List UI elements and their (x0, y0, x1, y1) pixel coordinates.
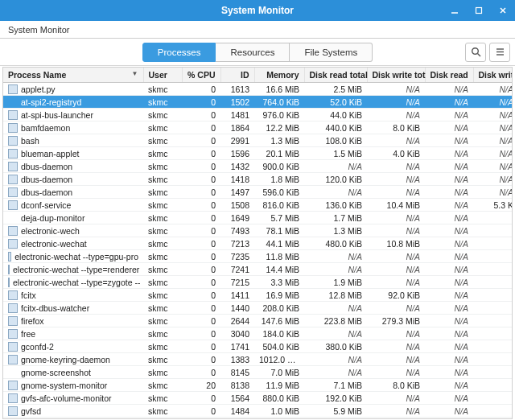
cell-na: N/A (367, 405, 425, 418)
table-row[interactable]: bamfdaemonskmc0186412.2 MiB440.0 KiB8.0 … (3, 121, 513, 134)
cell-na: N/A (367, 263, 425, 276)
cell-memory: 1.0 MiB (254, 405, 304, 418)
col-id[interactable]: ID (220, 68, 254, 83)
cell-na: N/A (425, 250, 473, 263)
cell-process-name: electronic-wechat --type=zygote -- (3, 276, 143, 289)
col-process-name[interactable]: Process Name▼ (3, 68, 143, 83)
col-disk-read[interactable]: Disk read (425, 68, 473, 83)
cell-process-name: dconf-service (3, 199, 143, 212)
process-icon (8, 265, 10, 274)
table-row[interactable]: gnome-keyring-daemonskmc013831012.0 KiBN… (3, 353, 513, 366)
tab-processes[interactable]: Processes (142, 43, 216, 62)
table-row[interactable]: electronic-wechat --type=zygote --skmc07… (3, 276, 513, 289)
menu-system-monitor[interactable]: System Monitor (5, 23, 72, 36)
table-row[interactable]: bashskmc029911.3 MiB108.0 KiBN/AN/AN/A (3, 134, 513, 147)
col-disk-write[interactable]: Disk write (473, 68, 513, 83)
table-row[interactable]: electronic-wechat --type=rendererskmc072… (3, 263, 513, 276)
cell-value: 5.9 MiB (304, 405, 367, 418)
table-row[interactable]: dconf-serviceskmc01508816.0 KiB136.0 KiB… (3, 199, 513, 212)
cell-cpu: 0 (182, 224, 220, 237)
cell-memory: 1.4 MiB (254, 418, 304, 420)
minimize-icon[interactable] (443, 0, 467, 21)
cell-na: N/A (367, 96, 425, 109)
col-user[interactable]: User (143, 68, 182, 83)
cell-value: 12.8 MiB (304, 289, 367, 302)
table-row[interactable]: electronic-wechat --type=gpu-proskmc0723… (3, 250, 513, 263)
col-disk-write-total[interactable]: Disk write tot. (367, 68, 425, 83)
table-row[interactable]: deja-dup-monitorskmc016495.7 MiB1.7 MiBN… (3, 212, 513, 224)
cell-user: skmc (143, 147, 182, 160)
cell-value (473, 263, 513, 276)
cell-value (473, 353, 513, 366)
table-row[interactable]: gvfs-afc-volume-monitorskmc01564880.0 Ki… (3, 392, 513, 405)
cell-memory: 596.0 KiB (254, 186, 304, 199)
cell-user: skmc (143, 327, 182, 340)
table-row[interactable]: dbus-daemonskmc01432900.0 KiBN/AN/AN/AN/… (3, 160, 513, 173)
cell-process-name: gconfd-2 (3, 340, 143, 353)
table-row[interactable]: fcitx-dbus-watcherskmc01440208.0 KiBN/AN… (3, 302, 513, 315)
col-disk-read-total[interactable]: Disk read total (304, 68, 367, 83)
hamburger-menu-button[interactable] (489, 43, 510, 62)
cell-na: N/A (367, 418, 425, 420)
cell-memory: 1012.0 KiB (254, 353, 304, 366)
close-icon[interactable] (491, 0, 515, 21)
process-table-wrap[interactable]: Process Name▼ User % CPU ID Memory Disk … (2, 67, 513, 419)
col-memory[interactable]: Memory (254, 68, 304, 83)
tab-resources[interactable]: Resources (216, 43, 290, 62)
table-row[interactable]: gnome-system-monitorskmc20813811.9 MiB7.… (3, 379, 513, 392)
table-row[interactable]: gnome-screenshotskmc081457.0 MiBN/AN/AN/… (3, 366, 513, 379)
table-row[interactable]: freeskmc03040184.0 KiBN/AN/AN/A (3, 327, 513, 340)
cell-value: 8.0 KiB (367, 379, 425, 392)
col-cpu[interactable]: % CPU (182, 68, 220, 83)
cell-process-name: at-spi2-registryd (3, 96, 143, 109)
cell-id: 1484 (220, 405, 254, 418)
table-row[interactable]: at-spi-bus-launcherskmc01481976.0 KiB44.… (3, 109, 513, 121)
table-row[interactable]: electronic-wechskmc0749378.1 MiB1.3 MiBN… (3, 224, 513, 237)
cell-user: skmc (143, 340, 182, 353)
cell-na: N/A (425, 83, 473, 96)
cell-na: N/A (425, 405, 473, 418)
cell-cpu: 0 (182, 353, 220, 366)
cell-memory: 44.1 MiB (254, 237, 304, 250)
cell-cpu: 0 (182, 315, 220, 327)
maximize-icon[interactable] (467, 0, 491, 21)
table-row[interactable]: firefoxskmc02644147.6 MiB223.8 MiB279.3 … (3, 315, 513, 327)
cell-value: 10.8 MiB (367, 237, 425, 250)
cell-value: 2.5 MiB (304, 83, 367, 96)
process-name-text: dbus-daemon (21, 187, 72, 197)
cell-memory: 16.6 MiB (254, 83, 304, 96)
cell-value: 1.9 MiB (304, 276, 367, 289)
table-row[interactable]: electronic-wechatskmc0721344.1 MiB480.0 … (3, 237, 513, 250)
cell-na: N/A (367, 353, 425, 366)
table-row[interactable]: dbus-daemonskmc014181.8 MiB120.0 KiBN/AN… (3, 173, 513, 186)
cell-user: skmc (143, 160, 182, 173)
cell-na: N/A (367, 392, 425, 405)
cell-na: N/A (425, 418, 473, 420)
cell-memory: 1.8 MiB (254, 173, 304, 186)
process-icon (8, 406, 18, 416)
table-row[interactable]: dbus-daemonskmc01497596.0 KiBN/AN/AN/AN/… (3, 186, 513, 199)
table-row[interactable]: blueman-appletskmc0159620.1 MiB1.5 MiB4.… (3, 147, 513, 160)
process-name-text: dbus-daemon (21, 175, 72, 184)
process-name-text: gconfd-2 (21, 342, 54, 352)
cell-na: N/A (425, 353, 473, 366)
search-button[interactable] (465, 43, 486, 62)
table-row[interactable]: at-spi2-registrydskmc01502764.0 KiB52.0 … (3, 96, 513, 109)
cell-na: N/A (425, 392, 473, 405)
tab-filesystems[interactable]: File Systems (290, 43, 373, 62)
table-row[interactable]: fcitxskmc0141116.9 MiB12.8 MiB92.0 KiBN/… (3, 289, 513, 302)
svg-rect-1 (476, 8, 482, 14)
process-name-text: fcitx-dbus-watcher (21, 303, 89, 313)
table-row[interactable]: gconfd-2skmc01741504.0 KiB380.0 KiBN/AN/… (3, 340, 513, 353)
table-row[interactable]: applet.pyskmc0161316.6 MiB2.5 MiBN/AN/AN… (3, 83, 513, 96)
cell-id: 7235 (220, 250, 254, 263)
cell-user: skmc (143, 134, 182, 147)
process-name-text: fcitx (21, 290, 36, 300)
cell-memory: 880.0 KiB (254, 392, 304, 405)
cell-value (473, 276, 513, 289)
cell-na: N/A (304, 302, 367, 315)
table-row[interactable]: gvfsd-computerskmc030721.4 MiB192.0 KiBN… (3, 418, 513, 420)
table-row[interactable]: gvfsdskmc014841.0 MiB5.9 MiBN/AN/A (3, 405, 513, 418)
cell-process-name: blueman-applet (3, 147, 143, 160)
process-icon (8, 290, 18, 300)
